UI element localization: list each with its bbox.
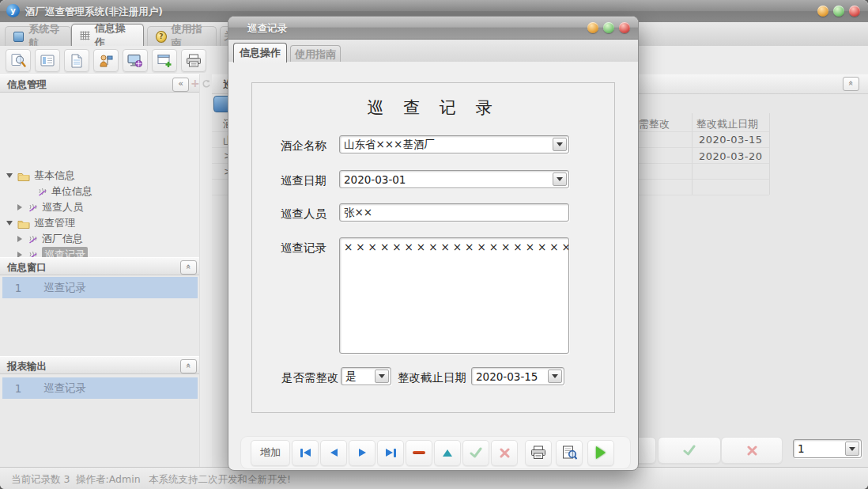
- confirm-button[interactable]: [462, 440, 489, 466]
- cancel-x-icon: [500, 448, 510, 458]
- print-preview-icon: [562, 445, 577, 460]
- tab-info-operation[interactable]: 信息操作: [71, 24, 144, 46]
- dialog-close-orb-button[interactable]: [619, 22, 630, 33]
- dropdown-arrow-icon[interactable]: [553, 138, 567, 151]
- dropdown-arrow-icon[interactable]: [375, 370, 389, 383]
- list-item[interactable]: 1 巡查记录: [2, 377, 198, 399]
- expanded-arrow-icon[interactable]: [6, 221, 13, 226]
- record-label: 巡查记录: [281, 241, 326, 256]
- folder-icon: [17, 218, 30, 229]
- maximize-orb-button[interactable]: [833, 6, 844, 17]
- minimize-orb-button[interactable]: [817, 6, 828, 17]
- dialog-tab-info-operation[interactable]: 信息操作: [233, 43, 287, 63]
- page-select-combobox[interactable]: 1: [793, 439, 862, 458]
- tree-item-basic-info[interactable]: 基本信息: [0, 168, 199, 184]
- dialog-record-toolbar: 增加: [241, 437, 630, 468]
- dropdown-arrow-icon[interactable]: [845, 442, 859, 456]
- collapse-up-button[interactable]: [180, 260, 197, 275]
- panel-header-info-window: 信息窗口: [0, 257, 199, 275]
- expanded-arrow-icon[interactable]: [6, 173, 13, 178]
- page-value: 1: [798, 442, 805, 455]
- list-item-label: 巡查记录: [43, 281, 86, 295]
- window-add-icon: [157, 54, 172, 68]
- print-preview-button[interactable]: [556, 440, 583, 466]
- record-value: ×××××××××××××××××××××××: [344, 241, 569, 253]
- tree-item-inspectors[interactable]: 巡查人员: [0, 199, 199, 215]
- dialog-minimize-orb-button[interactable]: [587, 22, 598, 33]
- collapse-up-button[interactable]: [843, 77, 859, 91]
- new-window-button[interactable]: [152, 49, 177, 72]
- dropdown-arrow-icon[interactable]: [553, 172, 567, 186]
- cancel-x-icon: [747, 445, 757, 456]
- table-grid-line: [769, 113, 770, 195]
- tree-item-unit-info[interactable]: 单位信息: [0, 184, 199, 199]
- close-orb-button[interactable]: [849, 6, 860, 17]
- next-record-icon: [359, 449, 366, 457]
- panel-title: 信息管理: [7, 78, 47, 92]
- need-fix-value: 是: [345, 370, 357, 384]
- company-combobox[interactable]: 山东省×××基酒厂: [339, 135, 569, 154]
- column-header-deadline[interactable]: 整改截止日期: [696, 117, 758, 131]
- monitor-button[interactable]: [123, 49, 148, 72]
- search-icon: [10, 53, 26, 68]
- need-fix-combobox[interactable]: 是: [341, 367, 391, 385]
- collapsed-arrow-icon[interactable]: [17, 204, 22, 210]
- search-button[interactable]: [6, 49, 31, 72]
- first-record-button[interactable]: [292, 440, 319, 466]
- refresh-icon[interactable]: [202, 79, 211, 89]
- print-record-button[interactable]: [525, 440, 552, 466]
- document-button[interactable]: [64, 49, 89, 72]
- status-message: 本系统支持二次开发和全新开发!: [149, 473, 291, 487]
- app-logo-icon: [6, 4, 20, 17]
- print-button[interactable]: [181, 49, 206, 72]
- table-grid-line: [692, 113, 693, 195]
- collapse-left-button[interactable]: [172, 78, 189, 92]
- dialog-maximize-orb-button[interactable]: [603, 22, 614, 33]
- info-window-list: 1 巡查记录: [0, 275, 199, 356]
- tab-system-nav[interactable]: 系统导航: [5, 26, 71, 46]
- collapsed-arrow-icon[interactable]: [17, 236, 22, 242]
- date-combobox[interactable]: 2020-03-01: [339, 170, 569, 188]
- document-icon: [70, 54, 83, 68]
- next-record-button[interactable]: [349, 440, 376, 466]
- footer-confirm-button[interactable]: [658, 437, 721, 464]
- dropdown-arrow-icon[interactable]: [548, 370, 562, 383]
- inspector-label: 巡查人员: [281, 207, 326, 222]
- add-icon[interactable]: [191, 77, 200, 89]
- company-value: 山东省×××基酒厂: [344, 138, 435, 152]
- run-report-button[interactable]: [587, 440, 614, 466]
- record-textarea[interactable]: ×××××××××××××××××××××××: [339, 237, 569, 354]
- last-record-button[interactable]: [377, 440, 404, 466]
- cancel-button[interactable]: [491, 440, 518, 466]
- sidebar: 信息管理 基本信息 单位信息 巡查人员: [0, 74, 212, 467]
- tree-item-winery-info[interactable]: 酒厂信息: [0, 231, 199, 247]
- form-icon: [40, 54, 55, 67]
- deadline-combobox[interactable]: 2020-03-15: [471, 367, 564, 385]
- dialog-tab-user-guide[interactable]: 使用指南: [290, 45, 341, 63]
- inspector-input[interactable]: 张××: [339, 203, 569, 222]
- dialog-titlebar: 巡查记录: [228, 17, 638, 40]
- monitor-globe-icon: [127, 54, 143, 68]
- personnel-button[interactable]: [93, 49, 119, 72]
- tree-item-inspection-management[interactable]: 巡查管理: [0, 215, 199, 231]
- status-operator: 操作者:Admin: [76, 473, 141, 487]
- edit-record-button[interactable]: [434, 440, 461, 466]
- form-view-button[interactable]: [35, 49, 60, 72]
- tab-user-guide[interactable]: 使用指南: [147, 26, 217, 46]
- table-cell-deadline[interactable]: 2020-03-20: [699, 150, 763, 162]
- printer-icon: [186, 54, 202, 67]
- table-cell-deadline[interactable]: 2020-03-15: [699, 134, 763, 146]
- list-item[interactable]: 1 巡查记录: [2, 277, 198, 298]
- footer-cancel-button[interactable]: [721, 437, 783, 464]
- dialog-title: 巡查记录: [247, 22, 287, 36]
- inspector-value: 张××: [344, 206, 372, 220]
- prev-record-button[interactable]: [320, 440, 347, 466]
- company-label: 酒企名称: [281, 138, 326, 154]
- delete-record-button[interactable]: [406, 440, 432, 466]
- edit-record-icon: [443, 449, 452, 457]
- screen: 酒厂巡查管理系统(非注册用户) 系统导航 信息操作 使用指南 关: [0, 0, 868, 489]
- help-coin-icon: [156, 31, 167, 43]
- collapse-up-button[interactable]: [180, 359, 197, 373]
- date-value: 2020-03-01: [344, 173, 406, 186]
- add-record-button[interactable]: 增加: [251, 440, 290, 466]
